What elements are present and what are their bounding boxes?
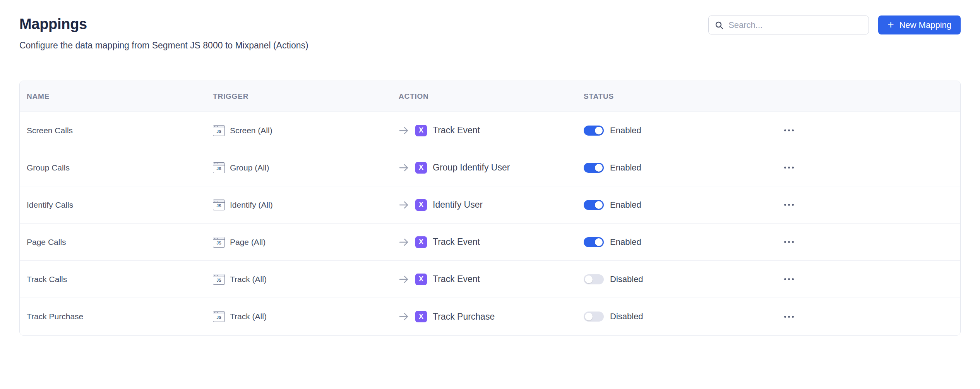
mixpanel-icon: X (415, 274, 427, 285)
segment-js-source-icon: JS (213, 162, 225, 173)
mixpanel-icon: X (415, 199, 427, 211)
column-header-action: ACTION (392, 92, 577, 101)
table-body: Screen Calls JS Screen (All) X Track Eve… (20, 112, 960, 335)
menu-cell (762, 312, 960, 322)
mapping-name: Screen Calls (27, 126, 73, 135)
action-label: Group Identify User (433, 162, 510, 173)
toggle-knob (595, 164, 603, 172)
menu-cell (762, 163, 960, 172)
mapping-name: Identify Calls (27, 200, 73, 210)
plus-icon: + (887, 19, 894, 30)
menu-cell (762, 237, 960, 247)
column-header-status: STATUS (577, 92, 762, 101)
menu-cell (762, 126, 960, 135)
trigger-label: Track (All) (230, 312, 267, 321)
status-toggle[interactable] (584, 237, 604, 247)
toggle-knob (595, 201, 603, 209)
page-subtitle: Configure the data mapping from Segment … (19, 40, 961, 51)
action-label: Identify User (433, 200, 483, 210)
menu-cell (762, 200, 960, 210)
status-cell: Enabled (577, 200, 762, 210)
toggle-knob (585, 275, 593, 283)
name-cell: Screen Calls (20, 126, 206, 135)
mapping-name: Track Calls (27, 275, 67, 284)
arrow-right-icon (399, 312, 409, 321)
table-row: Track Calls JS Track (All) X Track Event… (20, 261, 960, 298)
row-menu-button[interactable] (782, 163, 796, 172)
action-cell: X Identify User (392, 199, 577, 211)
status-cell: Disabled (577, 274, 762, 284)
mixpanel-icon: X (415, 162, 427, 174)
toggle-knob (595, 127, 603, 134)
status-label: Enabled (610, 126, 641, 136)
window-titlebar (213, 312, 224, 314)
status-toggle[interactable] (584, 163, 604, 173)
action-label: Track Purchase (433, 312, 495, 322)
action-cell: X Track Purchase (392, 311, 577, 322)
window-titlebar (213, 163, 224, 165)
status-toggle[interactable] (584, 200, 604, 210)
window-titlebar (213, 237, 224, 240)
arrow-right-icon (399, 126, 409, 135)
search-box[interactable] (708, 15, 869, 34)
mappings-table: NAME TRIGGER ACTION STATUS Screen Calls … (19, 81, 961, 336)
toggle-knob (595, 238, 603, 246)
arrow-right-icon (399, 200, 409, 210)
status-cell: Disabled (577, 312, 762, 322)
segment-js-source-icon: JS (213, 200, 225, 210)
toggle-knob (585, 313, 593, 320)
mapping-name: Track Purchase (27, 312, 83, 321)
action-label: Track Event (433, 125, 480, 136)
table-row: Screen Calls JS Screen (All) X Track Eve… (20, 112, 960, 149)
table-row: Identify Calls JS Identify (All) X Ident… (20, 186, 960, 224)
status-label: Enabled (610, 163, 641, 173)
trigger-label: Identify (All) (230, 200, 273, 210)
js-glyph: JS (213, 314, 224, 321)
arrow-right-icon (399, 275, 409, 284)
status-label: Enabled (610, 237, 641, 247)
row-menu-button[interactable] (782, 200, 796, 210)
search-input[interactable] (728, 20, 863, 30)
header-controls: + New Mapping (708, 15, 961, 34)
new-mapping-button[interactable]: + New Mapping (878, 15, 961, 34)
table-row: Track Purchase JS Track (All) X Track Pu… (20, 298, 960, 335)
row-menu-button[interactable] (782, 312, 796, 322)
name-cell: Track Calls (20, 275, 206, 284)
segment-js-source-icon: JS (213, 274, 225, 285)
action-label: Track Event (433, 274, 480, 284)
status-toggle[interactable] (584, 312, 604, 322)
js-glyph: JS (213, 277, 224, 284)
status-toggle[interactable] (584, 126, 604, 136)
table-row: Page Calls JS Page (All) X Track Event E… (20, 224, 960, 261)
js-glyph: JS (213, 165, 224, 172)
arrow-right-icon (399, 163, 409, 172)
action-cell: X Track Event (392, 274, 577, 285)
search-icon (714, 21, 724, 30)
column-header-trigger: TRIGGER (206, 92, 392, 101)
table-header-row: NAME TRIGGER ACTION STATUS (20, 81, 960, 112)
trigger-label: Group (All) (230, 163, 269, 172)
trigger-label: Track (All) (230, 275, 267, 284)
js-glyph: JS (213, 128, 224, 135)
new-mapping-label: New Mapping (899, 20, 951, 30)
segment-js-source-icon: JS (213, 311, 225, 322)
status-cell: Enabled (577, 163, 762, 173)
arrow-right-icon (399, 238, 409, 247)
name-cell: Page Calls (20, 238, 206, 247)
status-cell: Enabled (577, 237, 762, 247)
js-glyph: JS (213, 203, 224, 210)
window-titlebar (213, 274, 224, 277)
mixpanel-icon: X (415, 236, 427, 248)
mixpanel-icon: X (415, 125, 427, 136)
row-menu-button[interactable] (782, 126, 796, 135)
action-cell: X Group Identify User (392, 162, 577, 174)
trigger-cell: JS Identify (All) (206, 200, 392, 210)
status-toggle[interactable] (584, 274, 604, 284)
trigger-cell: JS Screen (All) (206, 125, 392, 136)
mapping-name: Group Calls (27, 163, 70, 172)
segment-js-source-icon: JS (213, 125, 225, 136)
trigger-cell: JS Track (All) (206, 311, 392, 322)
row-menu-button[interactable] (782, 237, 796, 247)
row-menu-button[interactable] (782, 274, 796, 284)
action-label: Track Event (433, 237, 480, 247)
